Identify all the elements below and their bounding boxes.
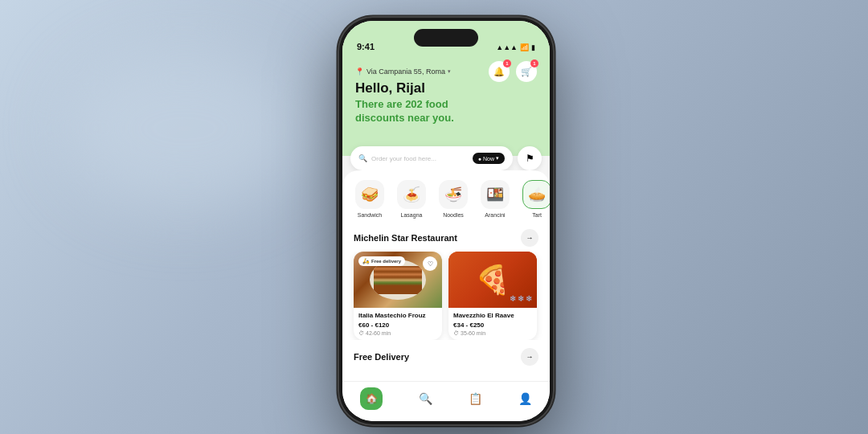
header-actions: 🔔 1 🛒 1 bbox=[489, 61, 537, 82]
signal-icon: ▲▲▲ bbox=[496, 43, 518, 51]
bell-icon: 🔔 bbox=[493, 67, 505, 77]
nav-item-profile[interactable]: 👤 bbox=[518, 392, 532, 405]
restaurant-cards-row: 🛵 Free delivery ♡ Italia Mastechio Frouz… bbox=[342, 252, 550, 340]
battery-icon: ▮ bbox=[531, 43, 535, 51]
michelin-section-header: Michelin Star Restaurant → bbox=[342, 224, 550, 252]
card-image-pizza: 🍕 ❄ ❄ ❄ bbox=[448, 252, 537, 308]
pizza-emoji: 🍕 bbox=[475, 264, 510, 297]
bg-blur bbox=[64, 48, 305, 209]
dynamic-island bbox=[414, 29, 478, 47]
snowflake-icon-2: ❄ bbox=[518, 294, 524, 303]
restaurant-price-mavezzhio: €34 - €250 bbox=[453, 321, 532, 329]
search-input[interactable]: Order your food here... bbox=[371, 155, 469, 162]
restaurant-card-mavezzhio[interactable]: 🍕 ❄ ❄ ❄ Mavezzhio El Raave €34 - €250 ⏱ bbox=[448, 252, 537, 340]
category-item-sandwich[interactable]: 🥪 Sandwich bbox=[354, 180, 386, 218]
orders-nav-icon: 📋 bbox=[469, 392, 482, 405]
restaurant-time-italia: ⏱ 42-60 min bbox=[358, 330, 437, 336]
search-nav-icon: 🔍 bbox=[419, 392, 432, 405]
cart-icon: 🛒 bbox=[521, 67, 532, 77]
category-label-noodles: Noodles bbox=[443, 212, 464, 218]
nav-item-orders[interactable]: 📋 bbox=[469, 392, 482, 405]
restaurant-card-italia[interactable]: 🛵 Free delivery ♡ Italia Mastechio Frouz… bbox=[354, 252, 442, 340]
restaurant-name-italia: Italia Mastechio Frouz bbox=[358, 312, 437, 320]
michelin-arrow-button[interactable]: → bbox=[521, 229, 538, 247]
greeting-sub-line2: discounts near you. bbox=[355, 112, 454, 124]
now-button[interactable]: ● Now ▾ bbox=[473, 153, 505, 164]
card-info-mavezzhio: Mavezzhio El Raave €34 - €250 ⏱ 35-60 mi… bbox=[448, 308, 537, 340]
category-label-lasagna: Lasagna bbox=[401, 212, 423, 218]
category-item-arancini[interactable]: 🍱 Arancini bbox=[479, 180, 511, 218]
map-button[interactable]: ⚑ bbox=[518, 146, 542, 170]
lasagna-icon-wrap: 🍝 bbox=[397, 180, 426, 209]
now-button-label: ● Now bbox=[478, 156, 494, 162]
time-text-mavezzhio: 35-60 min bbox=[461, 330, 485, 336]
notification-badge: 1 bbox=[503, 59, 511, 68]
restaurant-price-italia: €60 - €120 bbox=[358, 321, 437, 329]
chevron-down-small-icon: ▾ bbox=[496, 155, 499, 162]
card-info-italia: Italia Mastechio Frouz €60 - €120 ⏱ 42-6… bbox=[354, 308, 442, 340]
clock-icon-2: ⏱ bbox=[453, 330, 459, 336]
location-selector[interactable]: 📍 Via Campania 55, Roma ▾ bbox=[355, 68, 451, 76]
greeting-subtitle: There are 202 food discounts near you. bbox=[355, 98, 537, 125]
category-item-noodles[interactable]: 🍜 Noodles bbox=[437, 180, 469, 218]
status-time: 9:41 bbox=[357, 42, 375, 53]
free-delivery-section: Free Delivery → bbox=[342, 340, 550, 369]
delivery-scooter-icon: 🛵 bbox=[362, 258, 370, 264]
nav-item-home[interactable]: 🏠 bbox=[360, 387, 383, 410]
notification-button[interactable]: 🔔 1 bbox=[489, 61, 510, 82]
phone-screen: 9:41 ▲▲▲ 📶 ▮ 📍 Via Campania 55, Roma ▾ 🔔… bbox=[342, 21, 550, 421]
greeting-sub-line1: There are 202 food bbox=[355, 98, 448, 110]
nav-item-search[interactable]: 🔍 bbox=[419, 392, 432, 405]
time-text-italia: 42-60 min bbox=[366, 330, 391, 336]
clock-icon: ⏱ bbox=[358, 330, 364, 336]
arancini-icon-wrap: 🍱 bbox=[481, 180, 510, 209]
free-delivery-label: Free delivery bbox=[371, 259, 401, 264]
category-item-tart[interactable]: 🥧 Tart bbox=[521, 180, 550, 218]
restaurant-time-mavezzhio: ⏱ 35-60 min bbox=[453, 330, 532, 336]
chevron-down-icon: ▾ bbox=[448, 68, 451, 75]
content-area: 🥪 Sandwich 🍝 Lasagna 🍜 Noodles 🍱 Arancin… bbox=[342, 170, 550, 421]
heart-icon: ♡ bbox=[428, 260, 433, 268]
michelin-title: Michelin Star Restaurant bbox=[354, 233, 457, 243]
category-label-tart: Tart bbox=[532, 212, 542, 218]
free-delivery-section-title: Free Delivery bbox=[354, 352, 409, 362]
map-icon: ⚑ bbox=[526, 153, 534, 164]
card-image-lasagna: 🛵 Free delivery ♡ bbox=[354, 252, 442, 308]
location-text: Via Campania 55, Roma bbox=[366, 68, 445, 76]
search-icon: 🔍 bbox=[358, 154, 367, 162]
snowflake-icon-3: ❄ bbox=[526, 294, 532, 303]
tart-icon-wrap: 🥧 bbox=[522, 180, 550, 209]
noodles-icon-wrap: 🍜 bbox=[439, 180, 468, 209]
arrow-right-icon: → bbox=[526, 234, 534, 242]
search-section: 🔍 Order your food here... ● Now ▾ ⚑ bbox=[350, 146, 542, 170]
category-item-lasagna[interactable]: 🍝 Lasagna bbox=[395, 180, 428, 218]
restaurant-name-mavezzhio: Mavezzhio El Raave bbox=[453, 312, 532, 320]
home-nav-icon: 🏠 bbox=[360, 387, 383, 410]
free-delivery-arrow-button[interactable]: → bbox=[521, 348, 538, 366]
free-delivery-badge: 🛵 Free delivery bbox=[358, 256, 405, 266]
sandwich-icon-wrap: 🥪 bbox=[355, 180, 384, 209]
bottom-navigation: 🏠 🔍 📋 👤 bbox=[342, 381, 550, 421]
greeting-section: Hello, Rijal There are 202 food discount… bbox=[355, 80, 537, 125]
location-pin-icon: 📍 bbox=[355, 68, 364, 76]
greeting-hello: Hello, Rijal bbox=[355, 80, 537, 96]
lasagna-layers bbox=[374, 266, 422, 294]
wifi-icon: 📶 bbox=[520, 43, 529, 51]
category-label-arancini: Arancini bbox=[485, 212, 505, 218]
categories-row: 🥪 Sandwich 🍝 Lasagna 🍜 Noodles 🍱 Arancin… bbox=[342, 170, 550, 224]
phone-device: 9:41 ▲▲▲ 📶 ▮ 📍 Via Campania 55, Roma ▾ 🔔… bbox=[338, 16, 555, 426]
heart-button[interactable]: ♡ bbox=[423, 256, 437, 271]
cart-badge: 1 bbox=[530, 59, 538, 68]
cart-button[interactable]: 🛒 1 bbox=[516, 61, 537, 82]
snowflake-row: ❄ ❄ ❄ bbox=[510, 294, 532, 303]
category-label-sandwich: Sandwich bbox=[358, 212, 382, 218]
status-icons: ▲▲▲ 📶 ▮ bbox=[496, 43, 535, 53]
snowflake-icon-1: ❄ bbox=[510, 294, 516, 303]
search-bar[interactable]: 🔍 Order your food here... ● Now ▾ bbox=[350, 146, 513, 170]
profile-nav-icon: 👤 bbox=[518, 392, 532, 405]
arrow-right-icon-2: → bbox=[526, 353, 534, 361]
